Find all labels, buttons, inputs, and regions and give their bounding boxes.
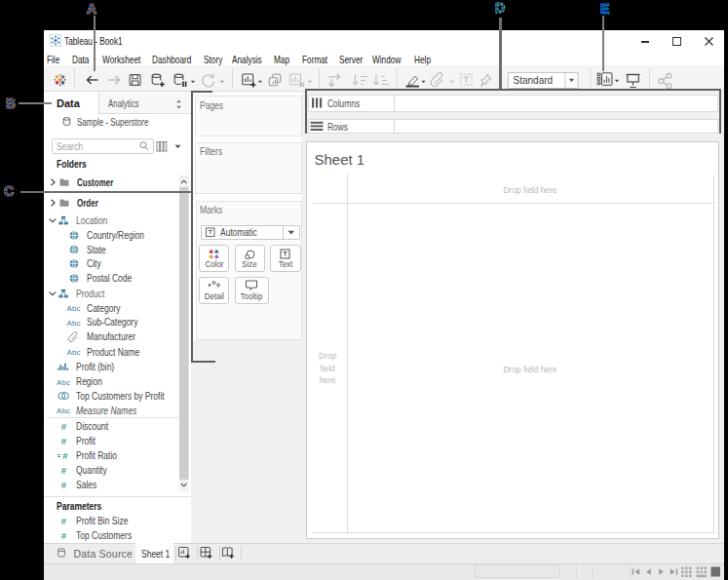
svg-text:#: #	[61, 421, 67, 432]
svg-text:#: #	[61, 530, 67, 541]
svg-text:Standard: Standard	[514, 75, 554, 86]
svg-text:#: #	[61, 465, 67, 476]
svg-text:D: D	[495, 0, 505, 16]
svg-text:A: A	[87, 1, 96, 17]
svg-text:B: B	[6, 96, 16, 111]
svg-text:C: C	[4, 183, 14, 199]
svg-text:#: #	[62, 450, 68, 461]
svg-text:Abc: Abc	[67, 348, 81, 357]
svg-text:#: #	[61, 436, 67, 446]
svg-text:Abc: Abc	[57, 406, 70, 415]
svg-text:Abc: Abc	[67, 319, 81, 328]
svg-text:Abc: Abc	[57, 378, 70, 387]
svg-text:Abc: Abc	[67, 304, 81, 313]
svg-text:#: #	[61, 516, 67, 526]
svg-text:#: #	[61, 480, 67, 490]
svg-text:E: E	[600, 1, 609, 17]
